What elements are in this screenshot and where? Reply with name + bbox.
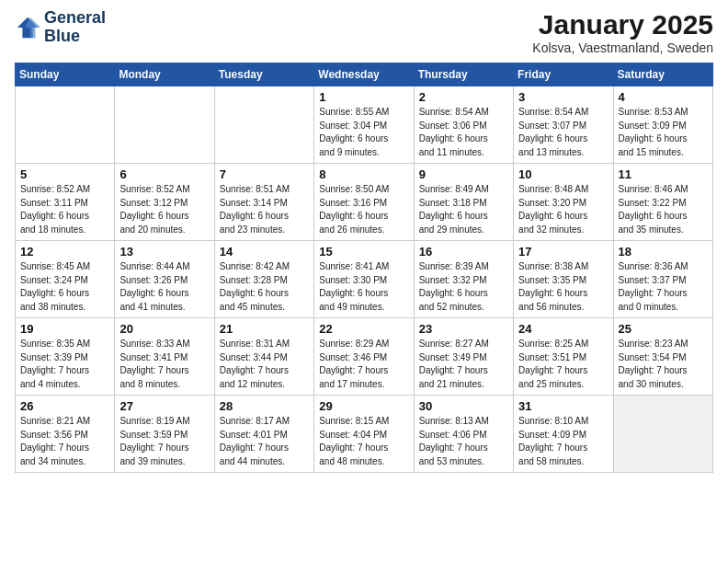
day-info: Sunrise: 8:54 AMSunset: 3:06 PMDaylight:… [419,106,508,159]
calendar-cell: 22Sunrise: 8:29 AMSunset: 3:46 PMDayligh… [314,318,414,396]
day-number: 26 [20,399,109,413]
weekday-header: Sunday [16,63,115,86]
calendar-week-row: 19Sunrise: 8:35 AMSunset: 3:39 PMDayligh… [16,318,713,396]
calendar-cell: 23Sunrise: 8:27 AMSunset: 3:49 PMDayligh… [414,318,513,396]
calendar-cell: 30Sunrise: 8:13 AMSunset: 4:06 PMDayligh… [414,396,513,473]
day-number: 15 [319,245,408,259]
day-number: 13 [119,245,209,259]
calendar-cell: 9Sunrise: 8:49 AMSunset: 3:18 PMDaylight… [414,164,513,241]
day-number: 21 [220,322,309,336]
day-info: Sunrise: 8:27 AMSunset: 3:49 PMDaylight:… [419,338,508,391]
day-info: Sunrise: 8:53 AMSunset: 3:09 PMDaylight:… [619,106,708,159]
calendar-week-row: 26Sunrise: 8:21 AMSunset: 3:56 PMDayligh… [16,396,713,473]
weekday-header: Thursday [414,63,513,86]
calendar-cell: 17Sunrise: 8:38 AMSunset: 3:35 PMDayligh… [514,241,613,318]
day-info: Sunrise: 8:50 AMSunset: 3:16 PMDaylight:… [319,183,408,236]
day-info: Sunrise: 8:38 AMSunset: 3:35 PMDaylight:… [518,260,608,314]
day-info: Sunrise: 8:17 AMSunset: 4:01 PMDaylight:… [220,415,309,468]
logo-line2: Blue [44,28,106,46]
calendar-cell: 11Sunrise: 8:46 AMSunset: 3:22 PMDayligh… [613,164,712,241]
day-info: Sunrise: 8:21 AMSunset: 3:56 PMDaylight:… [20,415,109,468]
day-number: 7 [220,167,309,181]
day-number: 25 [619,322,708,336]
location: Kolsva, Vaestmanland, Sweden [532,40,713,55]
page: General Blue January 2025 Kolsva, Vaestm… [0,0,728,482]
calendar-cell: 19Sunrise: 8:35 AMSunset: 3:39 PMDayligh… [16,318,115,396]
logo-text: General Blue [44,9,106,46]
calendar-cell: 15Sunrise: 8:41 AMSunset: 3:30 PMDayligh… [314,241,414,318]
calendar-cell: 5Sunrise: 8:52 AMSunset: 3:11 PMDaylight… [16,164,115,241]
calendar-cell: 8Sunrise: 8:50 AMSunset: 3:16 PMDaylight… [314,164,414,241]
day-number: 23 [419,322,508,336]
day-number: 19 [20,322,109,336]
day-info: Sunrise: 8:25 AMSunset: 3:51 PMDaylight:… [518,338,608,391]
logo-icon [15,15,40,40]
calendar-cell: 21Sunrise: 8:31 AMSunset: 3:44 PMDayligh… [214,318,313,396]
calendar-table: SundayMondayTuesdayWednesdayThursdayFrid… [15,63,713,473]
day-number: 12 [20,245,109,259]
calendar-cell [613,396,712,473]
day-number: 3 [518,90,608,104]
weekday-header: Friday [514,63,613,86]
calendar-cell [16,86,115,164]
calendar-cell: 25Sunrise: 8:23 AMSunset: 3:54 PMDayligh… [613,318,712,396]
calendar-cell [214,86,313,164]
day-number: 8 [319,167,408,181]
day-info: Sunrise: 8:49 AMSunset: 3:18 PMDaylight:… [419,183,508,236]
calendar-week-row: 1Sunrise: 8:55 AMSunset: 3:04 PMDaylight… [16,86,713,164]
calendar-cell: 26Sunrise: 8:21 AMSunset: 3:56 PMDayligh… [16,396,115,473]
calendar-cell: 31Sunrise: 8:10 AMSunset: 4:09 PMDayligh… [514,396,613,473]
day-info: Sunrise: 8:13 AMSunset: 4:06 PMDaylight:… [419,415,508,468]
day-number: 22 [319,322,408,336]
day-info: Sunrise: 8:31 AMSunset: 3:44 PMDaylight:… [220,338,309,391]
day-number: 24 [518,322,608,336]
day-number: 2 [419,90,508,104]
weekday-header: Tuesday [214,63,313,86]
calendar-cell [115,86,214,164]
day-info: Sunrise: 8:29 AMSunset: 3:46 PMDaylight:… [319,338,408,391]
calendar-cell: 27Sunrise: 8:19 AMSunset: 3:59 PMDayligh… [115,396,214,473]
day-number: 14 [220,245,309,259]
day-number: 17 [518,245,608,259]
day-number: 1 [319,90,408,104]
calendar-cell: 7Sunrise: 8:51 AMSunset: 3:14 PMDaylight… [214,164,313,241]
calendar-cell: 2Sunrise: 8:54 AMSunset: 3:06 PMDaylight… [414,86,513,164]
calendar-cell: 14Sunrise: 8:42 AMSunset: 3:28 PMDayligh… [214,241,313,318]
weekday-header: Wednesday [314,63,414,86]
month-title: January 2025 [532,9,713,40]
day-number: 11 [619,167,708,181]
day-info: Sunrise: 8:52 AMSunset: 3:11 PMDaylight:… [20,183,109,236]
calendar-cell: 4Sunrise: 8:53 AMSunset: 3:09 PMDaylight… [613,86,712,164]
calendar-cell: 24Sunrise: 8:25 AMSunset: 3:51 PMDayligh… [514,318,613,396]
day-number: 16 [419,245,508,259]
day-info: Sunrise: 8:15 AMSunset: 4:04 PMDaylight:… [319,415,408,468]
calendar-cell: 16Sunrise: 8:39 AMSunset: 3:32 PMDayligh… [414,241,513,318]
day-number: 4 [619,90,708,104]
calendar-cell: 3Sunrise: 8:54 AMSunset: 3:07 PMDaylight… [514,86,613,164]
day-number: 28 [220,399,309,413]
day-info: Sunrise: 8:48 AMSunset: 3:20 PMDaylight:… [518,183,608,236]
day-info: Sunrise: 8:42 AMSunset: 3:28 PMDaylight:… [220,260,309,314]
calendar-cell: 1Sunrise: 8:55 AMSunset: 3:04 PMDaylight… [314,86,414,164]
title-block: January 2025 Kolsva, Vaestmanland, Swede… [532,9,713,55]
day-info: Sunrise: 8:33 AMSunset: 3:41 PMDaylight:… [119,338,209,391]
calendar-cell: 6Sunrise: 8:52 AMSunset: 3:12 PMDaylight… [115,164,214,241]
calendar-cell: 29Sunrise: 8:15 AMSunset: 4:04 PMDayligh… [314,396,414,473]
calendar-header-row: SundayMondayTuesdayWednesdayThursdayFrid… [16,63,713,86]
day-info: Sunrise: 8:41 AMSunset: 3:30 PMDaylight:… [319,260,408,314]
day-number: 10 [518,167,608,181]
header: General Blue January 2025 Kolsva, Vaestm… [15,9,713,55]
day-number: 6 [119,167,209,181]
weekday-header: Monday [115,63,214,86]
day-number: 20 [119,322,209,336]
weekday-header: Saturday [613,63,712,86]
day-number: 5 [20,167,109,181]
calendar-cell: 28Sunrise: 8:17 AMSunset: 4:01 PMDayligh… [214,396,313,473]
day-info: Sunrise: 8:23 AMSunset: 3:54 PMDaylight:… [619,338,708,391]
day-info: Sunrise: 8:45 AMSunset: 3:24 PMDaylight:… [20,260,109,314]
day-number: 27 [119,399,209,413]
calendar-week-row: 5Sunrise: 8:52 AMSunset: 3:11 PMDaylight… [16,164,713,241]
day-info: Sunrise: 8:51 AMSunset: 3:14 PMDaylight:… [220,183,309,236]
day-info: Sunrise: 8:39 AMSunset: 3:32 PMDaylight:… [419,260,508,314]
logo-line1: General [44,9,106,28]
